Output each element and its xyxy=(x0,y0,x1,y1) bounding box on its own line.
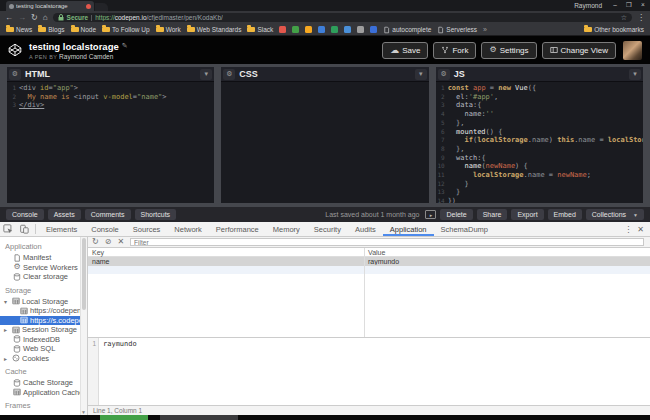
device-toolbar-icon[interactable] xyxy=(16,224,32,234)
shortcuts-button[interactable]: Shortcuts xyxy=(135,209,177,220)
bookmark-favicon[interactable] xyxy=(344,26,351,33)
minimize-button[interactable]: – xyxy=(608,0,622,9)
delete-button[interactable]: Delete xyxy=(440,209,472,220)
bookmark-web-standards[interactable]: Web Standards xyxy=(187,26,242,33)
bookmark-node[interactable]: Node xyxy=(71,26,97,33)
bookmark-work[interactable]: Work xyxy=(156,26,181,33)
gear-icon[interactable]: ⚙ xyxy=(438,69,450,80)
home-icon[interactable]: ⌂ xyxy=(43,14,48,22)
bookmark-favicon[interactable] xyxy=(318,26,325,33)
sidebar-item-service-workers[interactable]: ⚙Service Workers xyxy=(0,263,87,273)
tab-close-icon[interactable] xyxy=(86,4,91,9)
devtools-tab-console[interactable]: Console xyxy=(84,222,126,236)
bookmark-favicon[interactable] xyxy=(357,26,364,33)
close-button[interactable]: × xyxy=(636,0,650,9)
fork-button[interactable]: Fork xyxy=(433,42,476,59)
other-bookmarks[interactable]: Other bookmarks xyxy=(584,26,644,33)
sidebar-item-https-s-codepen-io[interactable]: https://s.codepen.io xyxy=(0,316,87,326)
browser-menu-icon[interactable]: ⋮ xyxy=(637,13,645,22)
chevron-down-icon[interactable]: ▾ xyxy=(415,69,427,80)
pen-author[interactable]: Raymond Camden xyxy=(59,53,113,60)
bookmark-favicon[interactable] xyxy=(370,26,377,33)
comments-button[interactable]: Comments xyxy=(85,209,131,220)
code-editor-css[interactable] xyxy=(221,82,428,203)
console-button[interactable]: Console xyxy=(6,209,44,220)
profile-name[interactable]: Raymond xyxy=(574,2,602,9)
scrollbar-thumb[interactable] xyxy=(82,238,86,310)
bookmark-autocomplete[interactable]: autocomplete xyxy=(383,26,431,34)
new-tab-button[interactable] xyxy=(95,3,108,11)
browser-tab[interactable]: testing localstorage xyxy=(6,1,94,11)
back-icon[interactable]: ← xyxy=(5,14,13,22)
assets-button[interactable]: Assets xyxy=(48,209,81,220)
sidebar-item-manifest[interactable]: Manifest xyxy=(0,253,87,263)
sidebar-scrollbar[interactable]: ▼ xyxy=(80,237,87,415)
reload-icon[interactable]: ↻ xyxy=(31,14,38,22)
sidebar-item-web-sql[interactable]: Web SQL xyxy=(0,344,87,354)
code-editor-js[interactable]: 1const app = new Vue({2 el:'#app',3 data… xyxy=(436,82,643,203)
empty-row[interactable] xyxy=(88,266,650,274)
forward-icon[interactable]: → xyxy=(18,14,26,22)
devtools-tab-performance[interactable]: Performance xyxy=(209,222,266,236)
code-editor-html[interactable]: 1<div id="app">2 My name is <input v-mod… xyxy=(7,82,214,203)
devtools-close-icon[interactable]: ✕ xyxy=(637,225,644,234)
chevron-down-icon[interactable]: ▾ xyxy=(200,69,212,80)
bookmark-favicon[interactable] xyxy=(292,26,299,33)
address-bar[interactable]: Secure https://codepen.io/cfjedimaster/p… xyxy=(53,13,632,22)
bookmark-to-follow-up[interactable]: To Follow Up xyxy=(102,26,150,33)
devtools-tab-memory[interactable]: Memory xyxy=(266,222,307,236)
bookmark-serverless[interactable]: Serverless xyxy=(437,26,477,34)
chevron-down-icon[interactable]: ▾ xyxy=(629,69,641,80)
filter-input[interactable] xyxy=(130,238,644,246)
column-divider[interactable] xyxy=(364,248,365,337)
bookmark-favicon[interactable] xyxy=(331,26,338,33)
devtools-tab-application[interactable]: Application xyxy=(383,222,434,236)
gear-icon[interactable]: ⚙ xyxy=(223,69,235,80)
bookmark-slack[interactable]: Slack xyxy=(247,26,273,33)
editor-layout-icon[interactable]: ▸ xyxy=(425,210,436,219)
bookmarks-overflow-icon[interactable]: » xyxy=(483,26,487,33)
devtools-tab-security[interactable]: Security xyxy=(307,222,348,236)
restore-button[interactable]: ❐ xyxy=(622,0,636,9)
preview-value[interactable]: raymundo xyxy=(99,338,137,405)
embed-button[interactable]: Embed xyxy=(548,209,582,220)
devtools-tab-audits[interactable]: Audits xyxy=(348,222,383,236)
change-view-button[interactable]: Change View xyxy=(542,42,616,59)
clear-all-icon[interactable]: ⊘ xyxy=(105,238,112,246)
bookmark-star-icon[interactable]: ☆ xyxy=(621,14,627,22)
sidebar-item-session-storage[interactable]: ▸Session Storage xyxy=(0,325,87,335)
edit-pencil-icon[interactable]: ✎ xyxy=(122,42,128,50)
sidebar-item-cache-storage[interactable]: Cache Storage xyxy=(0,378,87,388)
storage-row[interactable]: nameraymundo xyxy=(88,257,650,266)
bookmark-favicon[interactable] xyxy=(305,26,312,33)
devtools-tab-elements[interactable]: Elements xyxy=(39,222,84,236)
sidebar-item-clear-storage[interactable]: Clear storage xyxy=(0,272,87,282)
code-line: 7 if(localStorage.name) this.name = loca… xyxy=(436,136,643,145)
sidebar-item-application-cache[interactable]: Application Cache xyxy=(0,388,87,398)
devtools-tab-schemadump[interactable]: SchemaDump xyxy=(434,222,496,236)
db-icon xyxy=(13,335,21,343)
gear-icon[interactable]: ⚙ xyxy=(9,69,21,80)
inspect-element-icon[interactable] xyxy=(0,224,16,234)
devtools-tab-network[interactable]: Network xyxy=(167,222,209,236)
devtools-tab-sources[interactable]: Sources xyxy=(126,222,168,236)
storage-value-preview: 1 raymundo xyxy=(88,337,650,405)
devtools-menu-icon[interactable]: ⋮ xyxy=(624,225,632,234)
column-header-value[interactable]: Value xyxy=(364,249,650,256)
bookmark-favicon[interactable] xyxy=(279,26,286,33)
column-header-key[interactable]: Key xyxy=(88,249,364,256)
save-button[interactable]: ☁Save xyxy=(382,42,428,59)
sidebar-item-local-storage[interactable]: ▾Local Storage xyxy=(0,297,87,307)
export-button[interactable]: Export xyxy=(511,209,543,220)
sidebar-item-cookies[interactable]: ▸Cookies xyxy=(0,354,87,364)
collections-button[interactable]: Collections▼ xyxy=(586,209,644,220)
sidebar-item-https-codepen-io[interactable]: https://codepen.io xyxy=(0,306,87,316)
sidebar-item-indexeddb[interactable]: IndexedDB xyxy=(0,335,87,345)
avatar[interactable] xyxy=(623,41,642,60)
refresh-icon[interactable]: ↻ xyxy=(92,238,99,246)
settings-button[interactable]: ⚙Settings xyxy=(481,42,536,59)
bookmark-news[interactable]: News xyxy=(6,26,32,33)
share-button[interactable]: Share xyxy=(477,209,508,220)
bookmark-blogs[interactable]: Blogs xyxy=(38,26,64,33)
delete-selected-icon[interactable]: ✕ xyxy=(117,238,124,246)
